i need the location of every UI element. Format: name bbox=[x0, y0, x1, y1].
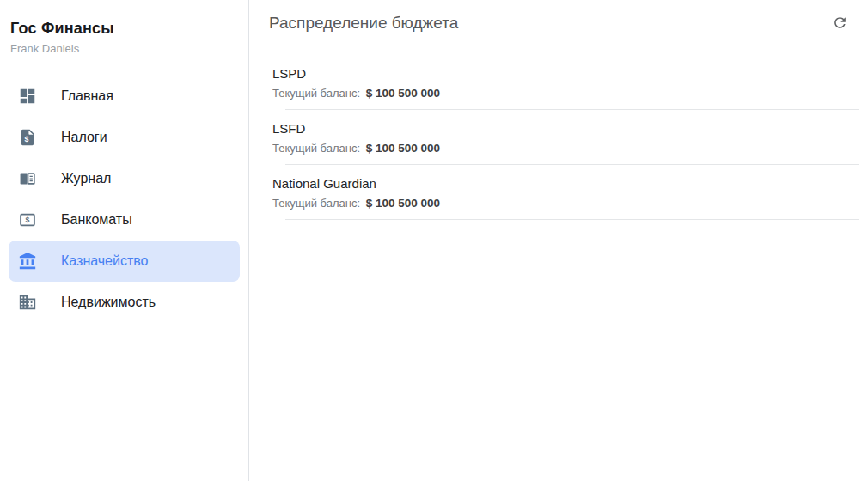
budget-row-title: National Guardian bbox=[272, 176, 859, 191]
journal-icon bbox=[17, 168, 38, 189]
budget-list: LSPD Текущий баланс: $ 100 500 000 LSFD … bbox=[249, 46, 868, 220]
budget-row-title: LSPD bbox=[272, 66, 859, 81]
svg-text:$: $ bbox=[26, 216, 30, 224]
sidebar-item-label: Банкоматы bbox=[61, 213, 132, 228]
user-name: Frank Daniels bbox=[10, 42, 238, 55]
sidebar-item-taxes[interactable]: $ Налоги bbox=[9, 117, 240, 158]
balance-amount: $ 100 500 000 bbox=[366, 197, 440, 210]
sidebar-item-label: Недвижимость bbox=[61, 295, 156, 310]
atm-icon: $ bbox=[17, 210, 38, 230]
page-title: Распределение бюджета bbox=[269, 14, 458, 33]
balance-label: Текущий баланс: bbox=[272, 197, 360, 210]
budget-row-balance: Текущий баланс: $ 100 500 000 bbox=[272, 197, 859, 210]
sidebar-item-home[interactable]: Главная bbox=[9, 76, 240, 117]
sidebar-item-atms[interactable]: $ Банкоматы bbox=[9, 199, 240, 240]
budget-row[interactable]: LSPD Текущий баланс: $ 100 500 000 bbox=[249, 55, 868, 110]
sidebar-item-label: Журнал bbox=[61, 172, 111, 186]
refresh-icon bbox=[832, 15, 848, 31]
balance-amount: $ 100 500 000 bbox=[366, 87, 440, 100]
budget-row[interactable]: LSFD Текущий баланс: $ 100 500 000 bbox=[249, 110, 868, 165]
sidebar-item-label: Казначейство bbox=[61, 254, 148, 269]
main-content: Распределение бюджета LSPD Текущий балан… bbox=[249, 0, 868, 481]
balance-label: Текущий баланс: bbox=[272, 87, 360, 100]
refresh-button[interactable] bbox=[823, 7, 856, 40]
sidebar-item-real-estate[interactable]: Недвижимость bbox=[9, 282, 240, 323]
dashboard-icon bbox=[17, 86, 38, 107]
budget-row-balance: Текущий баланс: $ 100 500 000 bbox=[272, 142, 859, 155]
sidebar-item-label: Главная bbox=[61, 89, 113, 104]
tax-document-icon: $ bbox=[17, 127, 38, 148]
svg-text:$: $ bbox=[24, 135, 28, 143]
sidebar-item-journal[interactable]: Журнал bbox=[9, 158, 240, 199]
sidebar-item-treasury[interactable]: Казначейство bbox=[9, 240, 240, 282]
bank-icon bbox=[17, 251, 38, 271]
budget-row-title: LSFD bbox=[272, 121, 859, 136]
balance-label: Текущий баланс: bbox=[272, 142, 360, 155]
balance-amount: $ 100 500 000 bbox=[366, 142, 440, 155]
app-window: Гос Финансы Frank Daniels Главная $ Нало… bbox=[0, 0, 868, 481]
budget-row-balance: Текущий баланс: $ 100 500 000 bbox=[272, 87, 859, 100]
sidebar: Гос Финансы Frank Daniels Главная $ Нало… bbox=[0, 0, 249, 481]
building-icon bbox=[17, 292, 38, 313]
sidebar-header: Гос Финансы Frank Daniels bbox=[0, 0, 248, 55]
sidebar-menu: Главная $ Налоги bbox=[0, 76, 248, 323]
app-title: Гос Финансы bbox=[10, 20, 238, 38]
main-header: Распределение бюджета bbox=[249, 0, 868, 46]
sidebar-item-label: Налоги bbox=[61, 131, 107, 145]
budget-row[interactable]: National Guardian Текущий баланс: $ 100 … bbox=[249, 165, 868, 220]
